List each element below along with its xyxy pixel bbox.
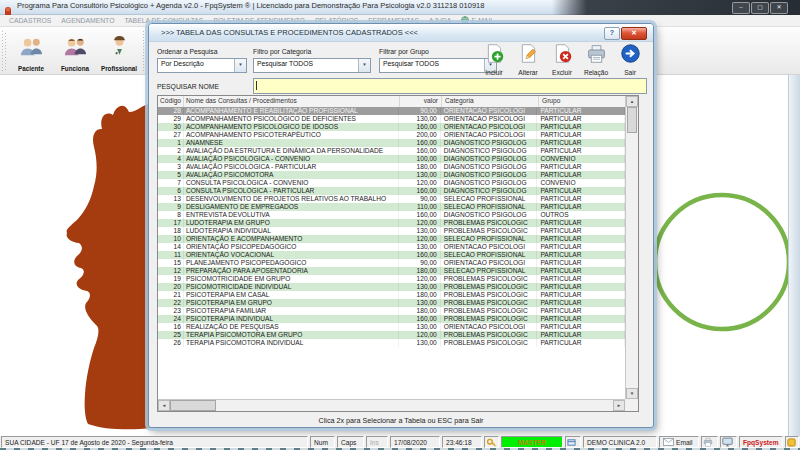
chevron-down-icon[interactable]: ▼ — [358, 59, 370, 72]
table-row[interactable]: 12PREPARAÇÃO PARA APOSENTADORIA180,00SEL… — [158, 267, 625, 275]
scroll-right-icon[interactable]: ► — [613, 400, 625, 411]
dialog-body: Ordenar a Pesquisa Filtro por Categoria … — [149, 42, 653, 428]
category-combobox[interactable]: Pesquisar TODOS ▼ — [253, 58, 371, 73]
column-header[interactable]: valor — [400, 96, 442, 107]
order-combobox[interactable]: Por Descrição ▼ — [157, 58, 247, 73]
column-header[interactable]: Categoria — [442, 96, 539, 107]
table-row[interactable]: 21PSICOTERAPIA EM CASAL180,00PROBLEMAS P… — [158, 291, 625, 299]
scroll-left-icon[interactable]: ◄ — [158, 400, 170, 411]
scroll-down-icon[interactable]: ▼ — [626, 388, 638, 399]
doctor-icon — [107, 35, 132, 64]
table-row[interactable]: 17LUDOTERAPIA EM GRUPO120,00PROBLEMAS PS… — [158, 219, 625, 227]
table-cell: PARTICULAR — [537, 219, 625, 227]
maximize-button[interactable]: ▢ — [751, 2, 769, 14]
table-cell: ENTREVISTA DEVOLUTIVA — [184, 211, 399, 219]
computer-icon[interactable] — [720, 436, 737, 448]
table-cell: 120,00 — [399, 219, 441, 227]
client-icon — [565, 436, 581, 448]
toolbar-button-funciona[interactable]: Funciona — [53, 30, 97, 72]
table-body[interactable]: 28ACOMPANHAMENTO E REABILITAÇÃO PROFISSI… — [158, 107, 625, 399]
table-row[interactable]: 23PSICOTERAPIA FAMILIAR180,00PROBLEMAS P… — [158, 307, 625, 315]
table-row[interactable]: 15PLANEJAMENTO PSICOPEDAGÓGICO90,00ORIEN… — [158, 259, 625, 267]
sair-button[interactable]: Sair — [615, 43, 645, 76]
table-cell: PARTICULAR — [537, 187, 625, 195]
dialog-titlebar[interactable]: >>> TABELA DAS CONSULTAS E PROCEDIMENTOS… — [149, 24, 653, 42]
table-cell: DIAGNOSTICO PSIGOLOG — [441, 139, 538, 147]
column-header[interactable]: Grupo — [539, 96, 627, 107]
table-cell: PARTICULAR — [537, 267, 625, 275]
menu-item-cadastros[interactable]: CADASTROS — [4, 17, 56, 24]
table-cell: 120,00 — [399, 235, 441, 243]
table-row[interactable]: 14ORIENTAÇÃO PSICOPEDAGÓGICO130,00ORIENT… — [158, 243, 625, 251]
table-row[interactable]: 9DESLIGAMENTO DE EMPREGADOS110,00SELECAO… — [158, 203, 625, 211]
search-input[interactable] — [253, 78, 647, 94]
vertical-scroll-thumb[interactable] — [627, 107, 637, 133]
table-row[interactable]: 6CONSULTA PSICOLÓGICA - PARTICULAR160,00… — [158, 187, 625, 195]
dialog-help-button[interactable]: ? — [604, 27, 620, 40]
table-row[interactable]: 16REALIZAÇÃO DE PESQUISAS130,00ORIENTACA… — [158, 323, 625, 331]
column-header[interactable]: Código — [158, 96, 184, 107]
table-cell: CONSULTA PSICOLÓGICA - CONVENIO — [184, 179, 399, 187]
table-cell: 160,00 — [399, 187, 441, 195]
dialog-close-button[interactable]: ✕ — [621, 27, 647, 40]
table-cell: DIAGNOSTICO PSIGOLOG — [441, 171, 538, 179]
table-cell: TERAPIA PSICOMOTORA EM GRUPO — [184, 331, 399, 339]
table-cell: 8 — [158, 211, 184, 219]
table-row[interactable]: 28ACOMPANHAMENTO E REABILITAÇÃO PROFISSI… — [158, 107, 625, 115]
table-cell: 120,00 — [399, 179, 441, 187]
close-button[interactable]: ✕ — [770, 2, 788, 14]
chevron-down-icon[interactable]: ▼ — [234, 59, 246, 72]
table-cell: CONVENIO — [537, 155, 625, 163]
table-row[interactable]: 30ACOMPANHAMENTO PSICOLÓGICO DE IDOSOS16… — [158, 123, 625, 131]
table-row[interactable]: 22PSICOTERAPIA EM GRUPO130,00PROBLEMAS P… — [158, 299, 625, 307]
table-row[interactable]: 1ANAMNESE160,00DIAGNOSTICO PSIGOLOGPARTI… — [158, 139, 625, 147]
table-row[interactable]: 29ACOMPANHAMENTO PSICOLÓGICO DE DEFICIEN… — [158, 115, 625, 123]
relacao-button[interactable]: Relação — [581, 43, 611, 76]
procedures-table[interactable]: CódigoNome das Consultas / Procedimentos… — [157, 95, 639, 412]
table-row[interactable]: 5AVALIAÇÃO PSICOMOTORA130,00DIAGNOSTICO … — [158, 171, 625, 179]
table-cell: PROBLEMAS PSICOLOGIC — [441, 315, 538, 323]
table-cell: 24 — [158, 315, 184, 323]
table-row[interactable]: 25TERAPIA PSICOMOTORA EM GRUPO120,00PROB… — [158, 331, 625, 339]
table-cell: DIAGNOSTICO PSIGOLOG — [441, 155, 538, 163]
vertical-scrollbar[interactable]: ▲ ▼ — [625, 96, 638, 399]
table-row[interactable]: 3AVALIAÇÃO PSICOLÓGICA - PARTICULAR180,0… — [158, 163, 625, 171]
table-cell: 160,00 — [399, 315, 441, 323]
table-row[interactable]: 20PSICOMOTRICIDADE INDIVIDUAL130,00PROBL… — [158, 283, 625, 291]
table-cell: 19 — [158, 275, 184, 283]
table-cell: PARTICULAR — [537, 147, 625, 155]
horizontal-scroll-thumb[interactable] — [170, 400, 216, 411]
table-cell: DIAGNOSTICO PSIGOLOG — [441, 163, 538, 171]
action-button-label: Alterar — [518, 69, 537, 76]
printer-icon[interactable] — [701, 436, 718, 448]
toolbar-button-profissional[interactable]: Profissional — [97, 30, 141, 72]
table-row[interactable]: 26TERAPIA PSICOMOTORA INDIVIDUAL130,00PR… — [158, 339, 625, 347]
table-row[interactable]: 10ORIENTAÇÃO E ACOMPANHAMENTO120,00SELEC… — [158, 235, 625, 243]
toolbar-button-paciente[interactable]: Paciente — [9, 30, 53, 72]
minimize-button[interactable]: – — [732, 2, 750, 14]
table-row[interactable]: 13DESENVOLVIMENTO DE PROJETOS RELATIVOS … — [158, 195, 625, 203]
horizontal-scrollbar[interactable]: ◄ ► — [158, 399, 625, 411]
table-row[interactable]: 19PSICOMOTRICIDADE EM GRUPO120,00PROBLEM… — [158, 275, 625, 283]
table-cell: AVALIAÇÃO PSICOLÓGICA - PARTICULAR — [184, 163, 399, 171]
column-header[interactable]: Nome das Consultas / Procedimentos — [184, 96, 400, 107]
status-email[interactable]: Email — [659, 436, 699, 448]
alterar-button[interactable]: Alterar — [513, 43, 543, 76]
table-row[interactable]: 8ENTREVISTA DEVOLUTIVA160,00DIAGNOSTICO … — [158, 211, 625, 219]
scroll-up-icon[interactable]: ▲ — [626, 96, 638, 107]
table-row[interactable]: 18LUDOTERAPIA INDIVIDUAL130,00PROBLEMAS … — [158, 227, 625, 235]
table-cell: SELECAO PROFISSIONAL — [441, 203, 538, 211]
incluir-button[interactable]: Incluir — [479, 43, 509, 76]
table-row[interactable]: 7CONSULTA PSICOLÓGICA - CONVENIO120,00DI… — [158, 179, 625, 187]
table-row[interactable]: 24PSICOTERAPIA INDIVIDUAL160,00PROBLEMAS… — [158, 315, 625, 323]
table-row[interactable]: 2AVALIAÇÃO DA ESTRUTURA E DINÂMICA DA PE… — [158, 147, 625, 155]
table-row[interactable]: 4AVALIAÇÃO PSICOLÓGICA - CONVENIO100,00D… — [158, 155, 625, 163]
table-cell: 100,00 — [399, 155, 441, 163]
excluir-button[interactable]: Excluir — [547, 43, 577, 76]
titlebar-dark-region: – ▢ ✕ — [552, 0, 800, 15]
table-row[interactable]: 11ORIENTAÇÃO VOCACIONAL160,00SELECAO PRO… — [158, 251, 625, 259]
table-row[interactable]: 27ACOMPANHAMENTO PSICOTERAPÊUTICO200,00O… — [158, 131, 625, 139]
table-cell: 130,00 — [399, 299, 441, 307]
table-cell: 160,00 — [399, 251, 441, 259]
menu-item-agendamento[interactable]: AGENDAMENTO — [56, 17, 119, 24]
